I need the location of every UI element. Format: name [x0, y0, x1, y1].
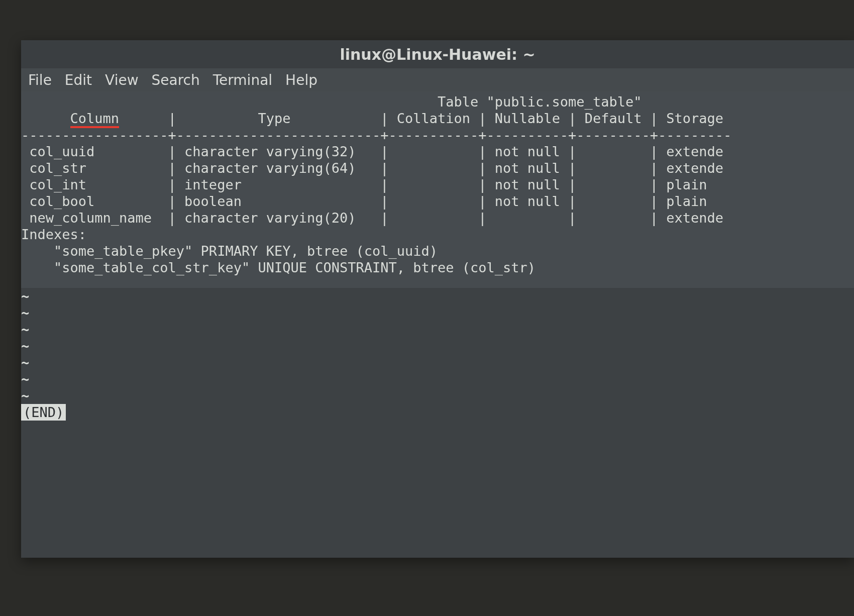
terminal-window: linux@Linux-Huawei: ~ File Edit View Sea…: [21, 40, 854, 558]
header-column-word: Column: [70, 111, 120, 128]
menu-help[interactable]: Help: [285, 72, 317, 88]
tilde: ~: [21, 322, 29, 337]
index-line: "some_table_col_str_key" UNIQUE CONSTRAI…: [21, 260, 536, 275]
pager-end-marker: (END): [21, 404, 66, 421]
index-line: "some_table_pkey" PRIMARY KEY, btree (co…: [21, 243, 438, 259]
window-title: linux@Linux-Huawei: ~: [340, 46, 535, 63]
tilde: ~: [21, 305, 29, 321]
table-title-line: Table "public.some_table": [21, 94, 642, 110]
table-row: new_column_name | character varying(20) …: [21, 210, 723, 226]
tilde: ~: [21, 388, 29, 403]
psql-table-block: Table "public.some_table" Column | Type …: [21, 91, 854, 288]
tilde: ~: [21, 338, 29, 354]
indexes-label: Indexes:: [21, 227, 86, 242]
menu-edit[interactable]: Edit: [65, 72, 92, 88]
menu-file[interactable]: File: [28, 72, 52, 88]
menu-search[interactable]: Search: [152, 72, 200, 88]
header-prefix: [21, 111, 70, 126]
menu-terminal[interactable]: Terminal: [213, 72, 272, 88]
terminal-output[interactable]: Table "public.some_table" Column | Type …: [21, 91, 854, 558]
tilde: ~: [21, 288, 29, 304]
menubar: File Edit View Search Terminal Help: [21, 68, 854, 91]
separator-line: ------------------+---------------------…: [21, 127, 731, 143]
table-row: col_int | integer | | not null | | plain: [21, 177, 707, 192]
tilde: ~: [21, 371, 29, 387]
tilde: ~: [21, 355, 29, 370]
table-row: col_str | character varying(64) | | not …: [21, 160, 723, 176]
window-titlebar: linux@Linux-Huawei: ~: [21, 40, 854, 68]
header-rest: | Type | Collation | Nullable | Default …: [119, 111, 723, 126]
table-row: col_bool | boolean | | not null | | plai…: [21, 193, 707, 209]
pager-tilde-lines: ~ ~ ~ ~ ~ ~ ~: [21, 288, 29, 403]
menu-view[interactable]: View: [105, 72, 138, 88]
table-row: col_uuid | character varying(32) | | not…: [21, 144, 723, 159]
